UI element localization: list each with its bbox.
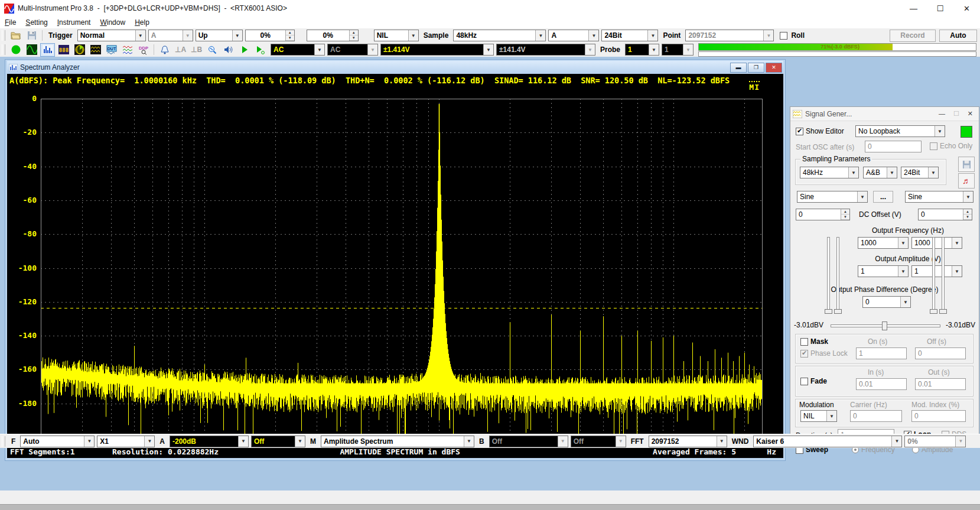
signal-generator-titlebar[interactable]: Signal Gener... — ☐ ✕ — [790, 107, 979, 121]
plot-area[interactable] — [41, 99, 763, 437]
frequency-b-select[interactable]: 1000▼ — [911, 237, 962, 249]
spectrum-restore-button[interactable]: ❐ — [748, 63, 764, 73]
spectrum-window-icon — [9, 64, 18, 72]
roll-checkbox[interactable] — [780, 32, 787, 40]
amplitude-slider-a1[interactable] — [827, 237, 830, 314]
mask-on-label: On (s) — [868, 337, 887, 346]
range-b-select: ±141.4V▼ — [496, 44, 595, 56]
close-button[interactable]: ✕ — [953, 0, 980, 17]
loopback-select[interactable]: No Loopback▼ — [855, 125, 945, 137]
mode-select[interactable]: Amplitude Spectrum▼ — [321, 436, 474, 447]
run-single-icon[interactable] — [253, 43, 268, 57]
fft-size-select[interactable]: 2097152▼ — [649, 436, 727, 447]
zoom-select[interactable]: X1▼ — [97, 436, 155, 447]
sg-bits-select[interactable]: 24Bit▼ — [901, 167, 939, 178]
waveform-b-select[interactable]: Sine▼ — [905, 191, 974, 203]
spectrum-canvas[interactable] — [41, 99, 763, 437]
toolbar-grip[interactable] — [2, 30, 5, 41]
oscilloscope-icon[interactable] — [8, 43, 23, 57]
slider-handle-b2[interactable] — [939, 309, 947, 314]
alarm-icon[interactable] — [157, 43, 172, 57]
derived-data-icon[interactable] — [120, 43, 135, 57]
sg-rate-select[interactable]: 48kHz▼ — [800, 167, 859, 178]
roll-label: Roll — [790, 31, 806, 40]
menu-item-instrument[interactable]: Instrument — [53, 17, 96, 28]
y-tick-label: -140 — [18, 331, 37, 340]
slider-handle-b1[interactable] — [930, 309, 937, 314]
frequency-axis-select[interactable]: Auto▼ — [20, 436, 95, 447]
sample-rate-select[interactable]: 48kHz▼ — [453, 30, 546, 41]
output-on-indicator[interactable] — [961, 126, 972, 138]
mi-logo: MI — [749, 81, 760, 92]
spectrum-3d-plot-icon[interactable] — [72, 43, 87, 57]
trigger-mode-select[interactable]: Normal▼ — [77, 30, 146, 41]
phase-select[interactable]: 0▼ — [862, 296, 911, 308]
open-folder-icon[interactable] — [8, 29, 23, 43]
sg-close-button[interactable]: ✕ — [968, 110, 973, 118]
multimeter-icon[interactable]: 888 — [56, 43, 71, 57]
toolbar-grip[interactable] — [2, 44, 5, 55]
frequency-a-select[interactable]: 1000▼ — [858, 237, 909, 249]
waveform-a-select[interactable]: Sine▼ — [797, 191, 868, 203]
mask-checkbox[interactable] — [800, 338, 808, 346]
ddp-viewer-icon[interactable]: DDP — [136, 43, 151, 57]
show-editor-checkbox[interactable] — [796, 128, 803, 135]
menu-item-setting[interactable]: Setting — [21, 17, 52, 28]
spectrum-window-titlebar[interactable]: Spectrum Analyzer ▬ ❐ ✕ — [7, 61, 783, 74]
window-function-select[interactable]: Kaiser 6▼ — [753, 436, 902, 447]
amplitude-a-select[interactable]: 1▼ — [858, 265, 909, 277]
waveform-editor-button[interactable]: ... — [873, 191, 893, 203]
phase-lock-row: Phase Lock — [800, 349, 848, 358]
amplitude-slider-b2[interactable] — [942, 237, 945, 314]
range-a-select[interactable]: ±1.414V▼ — [380, 44, 494, 56]
toolbar-grip[interactable] — [2, 436, 5, 447]
probe-a-select[interactable]: 1▼ — [625, 44, 659, 56]
toolbar-acquisition: Trigger Normal▼ A▼ Up▼ 0%▲▼ 0%▲▼ NIL▼ Sa… — [0, 28, 980, 43]
shift-a-select[interactable]: Off▼ — [251, 436, 305, 447]
coupling-a-select[interactable]: AC▼ — [271, 44, 325, 56]
auto-button[interactable]: Auto — [939, 30, 977, 42]
y-tick-label: -180 — [18, 399, 37, 408]
minimize-button[interactable]: — — [900, 0, 927, 17]
shift-b-select: Off▼ — [571, 436, 626, 447]
svg-text:888: 888 — [58, 47, 68, 53]
save-icon[interactable] — [24, 29, 39, 43]
balance-slider-handle[interactable] — [882, 321, 887, 330]
sg-minimize-button[interactable]: — — [939, 110, 945, 118]
menu-item-help[interactable]: Help — [130, 17, 154, 28]
data-logger-icon[interactable] — [88, 43, 103, 57]
range-a-display-select[interactable]: -200dB▼ — [170, 436, 249, 447]
signal-generator-icon[interactable] — [24, 43, 39, 57]
y-tick-label: -80 — [23, 229, 37, 238]
sg-channels-select[interactable]: A&B▼ — [863, 167, 897, 178]
slider-handle-a1[interactable] — [825, 309, 832, 314]
menu-item-file[interactable]: File — [0, 17, 21, 28]
trigger-delay-stepper[interactable]: 0%▲▼ — [307, 30, 359, 41]
maximize-button[interactable]: ☐ — [927, 0, 953, 17]
sample-channel-select[interactable]: A▼ — [548, 30, 599, 41]
calibration-icon[interactable] — [205, 43, 220, 57]
output-phase-label: Output Phase Difference (Degree) — [790, 285, 979, 294]
trigger-coupling-select[interactable]: NIL▼ — [374, 30, 419, 41]
trigger-level-stepper[interactable]: 0%▲▼ — [245, 30, 295, 41]
trigger-edge-select[interactable]: Up▼ — [196, 30, 243, 41]
lcr-meter-icon[interactable]: DUT — [104, 43, 119, 57]
save-waveform-button[interactable] — [958, 157, 975, 172]
f-label: F — [8, 437, 19, 446]
dc-offset-b-stepper[interactable]: 0▲▼ — [918, 209, 972, 220]
fade-checkbox[interactable] — [800, 378, 808, 385]
modulation-select[interactable]: NIL▼ — [800, 410, 837, 422]
amplitude-slider-b1[interactable] — [932, 237, 935, 314]
slider-handle-a2[interactable] — [834, 309, 842, 314]
dc-offset-a-stepper[interactable]: 0▲▼ — [796, 209, 850, 220]
import-waveform-button[interactable]: ♬ — [958, 173, 975, 189]
amplitude-slider-a2[interactable] — [836, 237, 839, 314]
spectrum-minimize-button[interactable]: ▬ — [730, 63, 747, 73]
spectrum-analyzer-icon[interactable] — [40, 43, 55, 57]
sample-bits-select[interactable]: 24Bit▼ — [601, 30, 658, 41]
run-icon[interactable] — [237, 43, 252, 57]
menu-item-window[interactable]: Window — [95, 17, 130, 28]
amplitude-b-select[interactable]: 1▼ — [911, 265, 962, 277]
sound-device-icon[interactable] — [221, 43, 236, 57]
spectrum-close-button[interactable]: ✕ — [766, 63, 782, 73]
